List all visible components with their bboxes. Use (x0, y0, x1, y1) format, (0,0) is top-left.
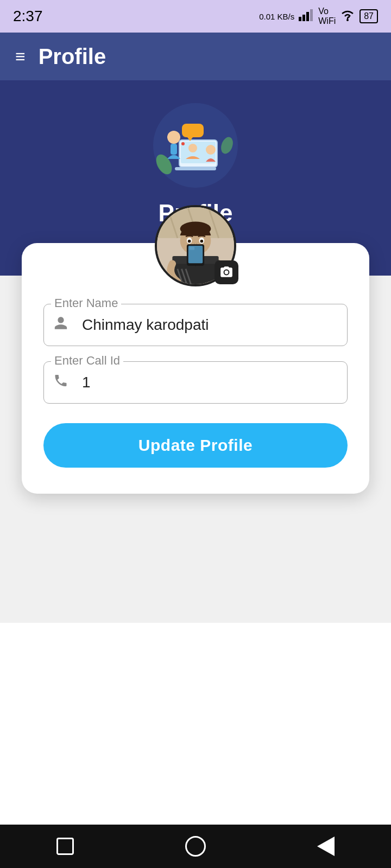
square-icon (56, 838, 74, 855)
svg-rect-3 (310, 9, 313, 21)
nav-square-button[interactable] (49, 830, 81, 863)
svg-point-16 (206, 145, 216, 155)
app-bar-title: Profile (39, 44, 106, 69)
person-icon (53, 316, 68, 335)
svg-rect-11 (171, 144, 177, 155)
vo-wifi-label: VoWiFi (318, 7, 336, 26)
battery-indicator: 87 (360, 9, 378, 23)
svg-rect-37 (190, 247, 194, 250)
network-speed: 0.01 KB/s (259, 12, 294, 21)
wifi-icon (340, 9, 355, 23)
name-label: Enter Name (51, 296, 121, 310)
triangle-icon (317, 837, 335, 856)
svg-rect-12 (182, 124, 204, 137)
nav-back-button[interactable] (310, 830, 342, 863)
app-bar: ≡ Profile (0, 33, 391, 80)
signal-icon (299, 9, 314, 23)
svg-point-17 (181, 142, 185, 145)
profile-card: Enter Name Enter Call Id Update Profile (22, 243, 369, 494)
svg-point-33 (188, 240, 191, 243)
avatar-container (155, 205, 236, 286)
menu-icon[interactable]: ≡ (15, 47, 26, 67)
svg-rect-0 (299, 17, 301, 21)
status-icons: 0.01 KB/s VoWiFi 87 (259, 7, 378, 26)
camera-badge[interactable] (215, 260, 238, 284)
call-field-container: Enter Call Id (43, 361, 348, 404)
svg-point-34 (200, 240, 204, 243)
svg-rect-2 (306, 12, 309, 21)
nav-home-button[interactable] (179, 830, 212, 863)
update-profile-button[interactable]: Update Profile (43, 423, 348, 468)
phone-icon (53, 373, 68, 392)
svg-rect-8 (175, 167, 216, 170)
status-bar: 2:37 0.01 KB/s VoWiFi 87 (0, 0, 391, 33)
svg-point-10 (167, 131, 180, 144)
call-label: Enter Call Id (51, 354, 123, 368)
nav-bar (0, 825, 391, 868)
svg-rect-1 (302, 15, 305, 21)
status-time: 2:37 (13, 8, 43, 25)
svg-point-4 (346, 19, 349, 21)
name-field-container: Enter Name (43, 304, 348, 346)
svg-point-9 (188, 144, 197, 152)
hero-illustration (152, 102, 239, 189)
circle-icon (185, 836, 206, 857)
